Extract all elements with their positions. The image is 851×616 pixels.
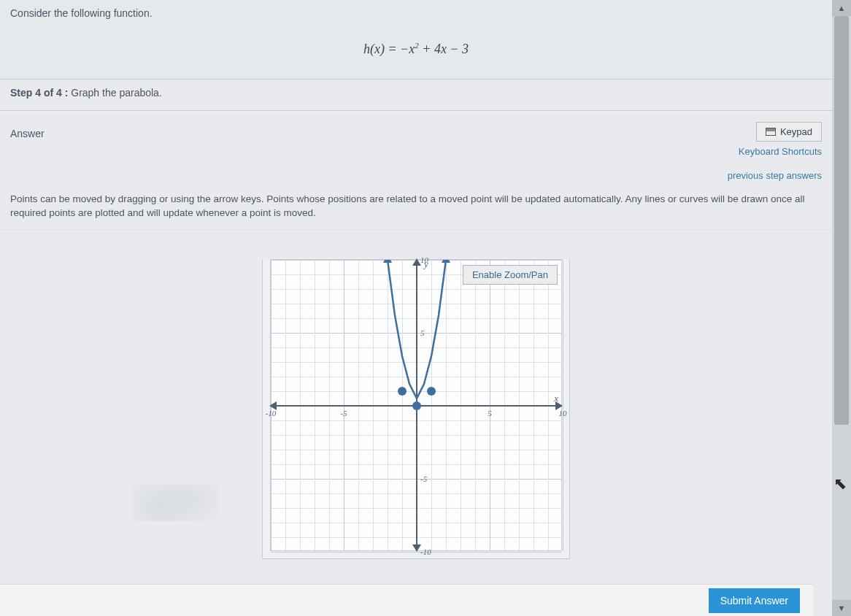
keyboard-icon bbox=[766, 128, 776, 136]
scrollbar-thumb[interactable] bbox=[834, 16, 849, 425]
y-tick-label: 5 bbox=[420, 328, 425, 337]
scroll-up-icon[interactable]: ▲ bbox=[832, 0, 851, 16]
question-prompt-section: Consider the following function. h(x) = … bbox=[0, 0, 832, 80]
footer: Submit Answer bbox=[0, 584, 813, 616]
x-tick-label: -10 bbox=[266, 409, 277, 417]
answer-header: Answer Keypad Keyboard Shortcuts bbox=[0, 111, 832, 157]
page: Consider the following function. h(x) = … bbox=[0, 0, 832, 616]
x-tick-label: 5 bbox=[488, 409, 492, 417]
plot-container: Enable Zoom/Pan y x -10-5510-10-5510 bbox=[262, 259, 570, 559]
keypad-button-label: Keypad bbox=[780, 126, 812, 137]
x-axis-label: x bbox=[554, 393, 558, 404]
keypad-button[interactable]: Keypad bbox=[756, 122, 822, 142]
keyboard-shortcuts-link[interactable]: Keyboard Shortcuts bbox=[739, 146, 822, 157]
enable-zoom-pan-button[interactable]: Enable Zoom/Pan bbox=[463, 265, 558, 285]
x-tick-label: 10 bbox=[559, 409, 567, 417]
instructions-text: Points can be moved by dragging or using… bbox=[0, 187, 832, 230]
question-prompt: Consider the following function. bbox=[10, 7, 822, 19]
grid-line bbox=[271, 552, 561, 553]
smudge bbox=[131, 485, 219, 521]
answer-label: Answer bbox=[10, 122, 45, 157]
y-tick-label: -10 bbox=[420, 547, 431, 556]
scrollbar-track[interactable] bbox=[832, 16, 851, 600]
question-equation: h(x) = −x2 + 4x − 3 bbox=[10, 19, 822, 72]
step-label: Step 4 of 4 : bbox=[10, 87, 68, 99]
vertical-scrollbar[interactable]: ▲ ▼ bbox=[832, 0, 851, 616]
scroll-down-icon[interactable]: ▼ bbox=[832, 600, 851, 616]
cursor-icon: ⬉ bbox=[833, 474, 847, 493]
submit-answer-button[interactable]: Submit Answer bbox=[709, 588, 800, 613]
right-button-stack: Keypad Keyboard Shortcuts bbox=[739, 122, 822, 157]
grid-line bbox=[563, 260, 563, 550]
x-tick-label: -5 bbox=[340, 409, 347, 417]
y-axis bbox=[416, 260, 417, 550]
step-text: Graph the parabola. bbox=[71, 87, 162, 99]
y-tick-label: 10 bbox=[420, 255, 428, 264]
y-tick-label: -5 bbox=[420, 474, 427, 483]
step-row: Step 4 of 4 : Graph the parabola. bbox=[0, 80, 832, 111]
coordinate-plane[interactable]: y x -10-5510-10-5510 bbox=[270, 259, 562, 551]
previous-step-answers-link[interactable]: previous step answers bbox=[0, 157, 832, 187]
